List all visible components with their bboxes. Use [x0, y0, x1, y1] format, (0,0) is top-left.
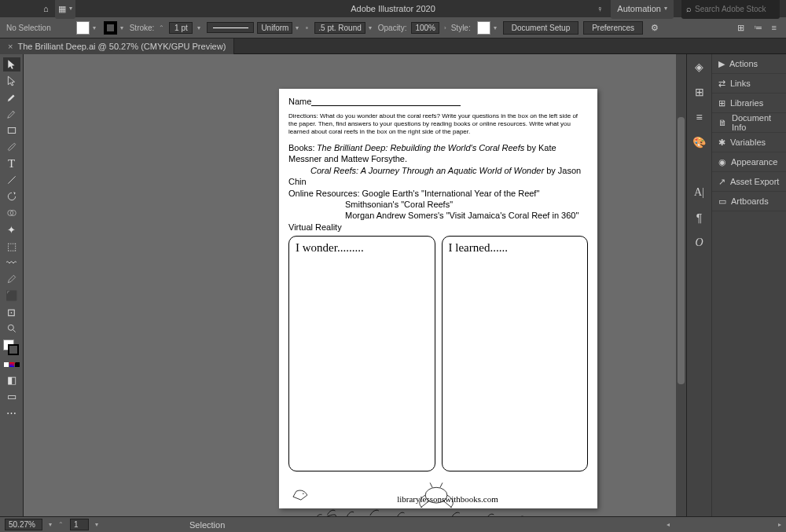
artboards-icon: ▭	[718, 196, 726, 207]
doc-tabs: × The Brilliant Deep.ai @ 50.27% (CMYK/G…	[0, 39, 786, 54]
workspace-switcher[interactable]: Automation▾	[611, 0, 674, 19]
stroke-profile[interactable]: .5 pt. Round▾	[313, 22, 373, 34]
title-bar: ⌂ ▦ ▾ Adobe Illustrator 2020 ♀ Automatio…	[0, 0, 786, 17]
stroke-profile-uniform[interactable]: Uniform▾	[205, 22, 300, 34]
artboard-nav[interactable]: 1	[70, 519, 89, 530]
zoom-level[interactable]: 50.27%	[5, 519, 42, 530]
graphic-style[interactable]: ▾	[476, 21, 498, 35]
stroke-label: Stroke:	[130, 24, 155, 32]
eyedropper-tool[interactable]	[3, 272, 20, 286]
svg-line-5	[13, 330, 15, 332]
online-label: Online Resources:	[288, 189, 362, 198]
link-icon: ⇄	[718, 79, 725, 89]
paintbrush-tool[interactable]	[3, 140, 20, 154]
hint-icon[interactable]: ♀	[597, 0, 603, 17]
hscroll-left[interactable]: ◂	[667, 521, 772, 528]
artboard[interactable]: Name Directions: What do you wonder abou…	[279, 89, 597, 508]
books-label: Books:	[288, 143, 315, 152]
close-tab-icon[interactable]: ×	[8, 42, 13, 51]
align-icon-2[interactable]: ≔	[754, 23, 762, 33]
rectangle-tool[interactable]	[3, 123, 20, 138]
directions-text: Directions: What do you wonder about the…	[288, 112, 588, 136]
tab-label: The Brilliant Deep.ai @ 50.27% (CMYK/GPU…	[17, 42, 226, 51]
stroke-swatch[interactable]: ▾	[102, 21, 125, 35]
shaper-tool[interactable]: 〰	[3, 255, 20, 270]
vertical-scrollbar[interactable]	[676, 54, 686, 516]
info-icon: 🗎	[718, 118, 727, 127]
search-icon: ⌕	[686, 0, 692, 17]
svg-point-4	[8, 325, 13, 330]
stroke-icon[interactable]: ≡	[696, 109, 702, 125]
search-input[interactable]	[695, 5, 773, 13]
status-bar: 50.27%▾ ⌃1▾ Selection ◂ ▸	[0, 516, 786, 532]
opacity-value[interactable]: 100%	[411, 22, 439, 34]
line-tool[interactable]	[3, 173, 20, 187]
stock-search[interactable]: ⌕	[681, 0, 780, 19]
type-tool[interactable]: T	[3, 156, 20, 171]
layers-icon[interactable]: ◈	[695, 59, 703, 75]
direct-selection-tool[interactable]	[3, 74, 20, 88]
draw-mode[interactable]: ◧	[3, 372, 20, 387]
blend-tool[interactable]: ⬛	[3, 288, 20, 303]
panel-docinfo[interactable]: 🗎Document Info	[712, 113, 786, 133]
app-title: Adobe Illustrator 2020	[351, 4, 435, 13]
stroke-weight[interactable]: 1 pt	[169, 22, 193, 34]
panel-artboards[interactable]: ▭Artboards	[712, 192, 786, 211]
zoom-tool[interactable]	[3, 321, 20, 336]
tools-panel: T ✦ ⬚ 〰 ⬛ ⊡ ⁄ ◧ ▭ ⋯	[0, 54, 24, 516]
free-transform-tool[interactable]: ⬚	[3, 239, 20, 253]
wonder-box: I wonder.........	[288, 236, 435, 471]
menu-icon[interactable]: ≡	[772, 23, 777, 33]
preferences-button[interactable]: Preferences	[583, 21, 643, 35]
pen-tool[interactable]	[3, 90, 20, 105]
doc-footer: librarylessonswithbooks.com	[288, 494, 607, 504]
selection-status: No Selection	[6, 24, 51, 32]
color-icon[interactable]: 🎨	[692, 134, 706, 150]
document-tab[interactable]: × The Brilliant Deep.ai @ 50.27% (CMYK/G…	[0, 39, 234, 54]
document-setup-button[interactable]: Document Setup	[503, 21, 579, 35]
panel-appearance[interactable]: ◉Appearance	[712, 152, 786, 172]
swatches-icon[interactable]: ⊞	[695, 84, 704, 100]
learned-box: I learned......	[442, 236, 589, 471]
export-icon: ↗	[718, 177, 725, 187]
artboard-tool[interactable]: ⊡	[3, 305, 20, 319]
panel-links[interactable]: ⇄Links	[712, 74, 786, 94]
name-label: Name	[288, 97, 311, 106]
curvature-tool[interactable]	[3, 107, 20, 121]
para-icon[interactable]: ¶	[696, 210, 703, 226]
opacity-label: Opacity:	[378, 24, 407, 32]
shape-builder-tool[interactable]	[3, 206, 20, 220]
screen-mode[interactable]: ▭	[3, 389, 20, 403]
opentype-icon[interactable]: O	[695, 235, 703, 251]
prefs-icon[interactable]: ⚙	[648, 23, 662, 33]
char-icon[interactable]: A|	[694, 185, 704, 200]
fill-swatch[interactable]: ▾	[75, 21, 97, 35]
fill-stroke-control[interactable]	[3, 339, 20, 357]
selection-tool[interactable]	[3, 57, 20, 72]
panel-libraries[interactable]: ⊞Libraries	[712, 94, 786, 113]
hscroll-right[interactable]: ▸	[778, 521, 781, 528]
play-icon: ▶	[718, 59, 725, 69]
panel-variables[interactable]: ✱Variables	[712, 133, 786, 152]
panel-list: ▶Actions ⇄Links ⊞Libraries 🗎Document Inf…	[711, 54, 786, 516]
panel-actions[interactable]: ▶Actions	[712, 54, 786, 74]
canvas[interactable]: Name Directions: What do you wonder abou…	[24, 54, 686, 516]
style-label: Style:	[451, 24, 471, 32]
rotate-tool[interactable]	[3, 189, 20, 204]
arrange-docs-icon[interactable]: ▦ ▾	[55, 0, 75, 19]
edit-toolbar[interactable]: ⋯	[3, 405, 20, 420]
appearance-icon: ◉	[718, 157, 726, 167]
svg-line-1	[8, 176, 15, 183]
library-icon: ⊞	[718, 98, 725, 108]
home-icon[interactable]: ⌂	[43, 0, 49, 17]
svg-rect-0	[8, 128, 15, 134]
panel-asset-export[interactable]: ↗Asset Export	[712, 172, 786, 192]
control-bar: No Selection ▾ ▾ Stroke: ⌃ 1 pt ▾ Unifor…	[0, 17, 786, 39]
properties-strip: ◈ ⊞ ≡ 🎨 A| ¶ O	[686, 54, 711, 516]
width-tool[interactable]: ✦	[3, 222, 20, 237]
var-icon: ✱	[718, 138, 725, 148]
status-tool: Selection	[189, 520, 225, 530]
align-icon[interactable]: ⊞	[737, 23, 744, 33]
color-mode[interactable]: ⁄	[3, 359, 20, 370]
